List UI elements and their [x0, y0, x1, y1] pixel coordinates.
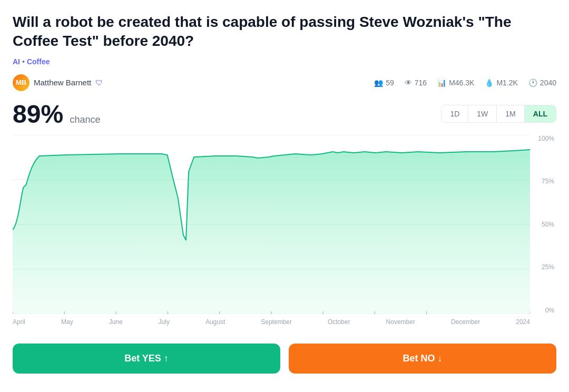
x-label-october: October	[328, 318, 350, 326]
y-label-100: 100%	[538, 135, 554, 142]
liquidity-value: M1.2K	[496, 79, 517, 87]
bet-yes-button[interactable]: Bet YES ↑	[13, 344, 280, 374]
stats-section: 👥 59 👁 716 📊 M46.3K 💧 M1.2K 🕐 2040	[374, 79, 556, 87]
x-label-2024: 2024	[516, 318, 530, 326]
y-label-75: 75%	[542, 178, 554, 185]
x-axis: April May June July August September Oct…	[13, 314, 530, 335]
chance-label: chance	[70, 114, 101, 125]
x-label-may: May	[61, 318, 73, 326]
y-label-0: 0%	[545, 307, 554, 314]
stat-views: 👁 716	[405, 79, 427, 87]
x-label-december: December	[451, 318, 480, 326]
time-filter-1m[interactable]: 1M	[497, 105, 524, 122]
question-title: Will a robot be created that is capable …	[13, 13, 556, 51]
x-label-november: November	[386, 318, 415, 326]
liquidity-icon: 💧	[485, 79, 494, 87]
y-label-50: 50%	[542, 221, 554, 228]
chance-display: 89% chance	[13, 100, 101, 129]
tag-coffee[interactable]: Coffee	[27, 57, 50, 66]
author-section: MB Matthew Barnett 🛡	[13, 74, 374, 91]
y-label-25: 25%	[542, 263, 554, 271]
x-label-june: June	[109, 318, 123, 326]
time-filter-1d[interactable]: 1D	[442, 105, 468, 122]
author-name: Matthew Barnett	[34, 78, 91, 87]
volume-icon: 📊	[437, 79, 446, 87]
chart-svg	[13, 135, 530, 314]
chart-container: 100% 75% 50% 25% 0% April May June July …	[13, 135, 556, 335]
tag-separator: •	[22, 57, 25, 66]
tags-section: AI • Coffee	[13, 57, 556, 66]
avatar: MB	[13, 74, 30, 91]
close-date-icon: 🕐	[528, 79, 537, 87]
stat-liquidity: 💧 M1.2K	[485, 79, 517, 87]
close-date-value: 2040	[540, 79, 556, 87]
bet-no-button[interactable]: Bet NO ↓	[289, 344, 556, 374]
traders-icon: 👥	[374, 79, 383, 87]
y-axis: 100% 75% 50% 25% 0%	[530, 135, 556, 314]
time-filter-buttons: 1D 1W 1M ALL	[441, 105, 556, 123]
verified-icon: 🛡	[95, 79, 103, 87]
volume-value: M46.3K	[449, 79, 474, 87]
x-label-july: July	[159, 318, 170, 326]
meta-row: MB Matthew Barnett 🛡 👥 59 👁 716 📊 M46.3K…	[13, 74, 556, 91]
chart-area	[13, 135, 530, 314]
x-label-april: April	[13, 318, 25, 326]
time-filter-all[interactable]: ALL	[525, 105, 556, 122]
views-icon: 👁	[405, 79, 412, 87]
views-value: 716	[415, 79, 427, 87]
stat-traders: 👥 59	[374, 79, 394, 87]
traders-value: 59	[386, 79, 394, 87]
x-label-august: August	[205, 318, 225, 326]
x-label-september: September	[261, 318, 292, 326]
stat-volume: 📊 M46.3K	[437, 79, 474, 87]
bet-buttons-row: Bet YES ↑ Bet NO ↓	[13, 344, 556, 386]
chance-row: 89% chance 1D 1W 1M ALL	[13, 100, 556, 129]
time-filter-1w[interactable]: 1W	[468, 105, 497, 122]
stat-close-date: 🕐 2040	[528, 79, 556, 87]
chance-value: 89%	[13, 100, 63, 128]
tag-ai[interactable]: AI	[13, 57, 20, 66]
